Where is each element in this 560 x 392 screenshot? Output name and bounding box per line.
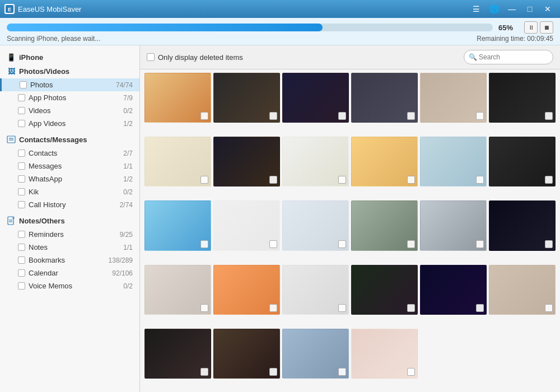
photo-thumbnail[interactable] xyxy=(489,200,556,250)
photo-thumbnail[interactable] xyxy=(144,73,211,123)
call-history-checkbox[interactable] xyxy=(18,201,25,208)
photo-thumbnail[interactable] xyxy=(144,200,211,250)
photo-thumbnail[interactable] xyxy=(213,137,280,186)
contacts-item-left: Contacts xyxy=(18,149,57,157)
app-videos-label: App Videos xyxy=(29,119,66,128)
pause-button[interactable]: ⏸ xyxy=(524,21,538,34)
notes-section-label: Notes/Others xyxy=(19,217,65,225)
sidebar-item-calendar[interactable]: Calendar 92/106 xyxy=(0,267,139,279)
photo-thumbnail[interactable] xyxy=(420,265,487,315)
reminders-item-left: Reminders xyxy=(18,230,64,239)
photo-thumbnail[interactable] xyxy=(489,137,556,186)
photos-item-left: Photos xyxy=(20,81,53,89)
call-history-label: Call History xyxy=(29,200,66,209)
whatsapp-label: WhatsApp xyxy=(29,175,62,183)
sidebar-section-header-contacts[interactable]: Contacts/Messages xyxy=(0,132,139,147)
app-videos-checkbox[interactable] xyxy=(18,120,25,127)
search-input[interactable] xyxy=(464,50,553,64)
photo-thumbnail[interactable] xyxy=(144,265,211,315)
photo-thumbnail[interactable] xyxy=(282,73,349,123)
sidebar-item-videos[interactable]: Videos 0/2 xyxy=(0,104,139,117)
minimize-button[interactable]: — xyxy=(504,3,520,15)
photo-thumbnail[interactable] xyxy=(282,137,349,186)
sidebar-section-header-notes[interactable]: Notes/Others xyxy=(0,213,139,228)
photo-thumbnail[interactable] xyxy=(213,200,280,250)
sidebar-item-whatsapp[interactable]: WhatsApp 1/2 xyxy=(0,172,139,185)
photo-thumbnail[interactable] xyxy=(351,73,418,123)
notes-label: Notes xyxy=(29,243,48,251)
sidebar-item-messages[interactable]: Messages 1/1 xyxy=(0,160,139,172)
photo-thumbnail[interactable] xyxy=(144,329,211,379)
maximize-button[interactable]: □ xyxy=(522,3,538,15)
bookmarks-checkbox[interactable] xyxy=(18,256,25,264)
sidebar-item-app-photos[interactable]: App Photos 7/9 xyxy=(0,91,139,104)
messages-checkbox[interactable] xyxy=(18,162,25,170)
messages-label: Messages xyxy=(29,162,62,170)
photo-thumbnail[interactable] xyxy=(213,73,280,123)
progress-percent: 65% xyxy=(498,24,519,32)
search-wrap: 🔍 xyxy=(464,50,553,64)
notes-checkbox[interactable] xyxy=(18,244,25,251)
contacts-label: Contacts xyxy=(29,149,57,157)
progress-info-row: Scanning iPhone, please wait... Remainin… xyxy=(7,35,553,43)
contacts-checkbox[interactable] xyxy=(18,150,25,157)
bookmarks-item-left: Bookmarks xyxy=(18,256,65,264)
sidebar-item-contacts[interactable]: Contacts 2/7 xyxy=(0,147,139,160)
only-deleted-checkbox[interactable] xyxy=(147,53,155,61)
photo-thumbnail[interactable] xyxy=(282,329,349,379)
only-deleted-label[interactable]: Only display deleted items xyxy=(147,53,243,62)
photo-thumbnail[interactable] xyxy=(420,73,487,123)
photos-section-icon: 🖼 xyxy=(7,67,16,76)
photo-thumbnail[interactable] xyxy=(282,200,349,250)
sidebar-item-photos[interactable]: Photos 74/74 xyxy=(0,78,139,91)
call-history-count: 2/74 xyxy=(120,201,133,209)
svg-rect-6 xyxy=(12,217,15,219)
calendar-count: 92/106 xyxy=(112,269,133,277)
photo-thumbnail[interactable] xyxy=(213,265,280,315)
stop-button[interactable]: ⏹ xyxy=(540,21,553,34)
videos-checkbox[interactable] xyxy=(18,107,25,114)
photo-grid xyxy=(140,69,560,392)
globe-button[interactable]: 🌐 xyxy=(486,3,502,15)
sidebar-item-notes[interactable]: Notes 1/1 xyxy=(0,241,139,254)
app-photos-item-left: App Photos xyxy=(18,94,66,102)
sidebar-item-reminders[interactable]: Reminders 9/25 xyxy=(0,228,139,241)
sidebar-section-contacts: Contacts/Messages Contacts 2/7 Messages … xyxy=(0,132,139,211)
photo-thumbnail[interactable] xyxy=(351,200,418,250)
sidebar-section-header-photos[interactable]: 🖼 Photos/Videos xyxy=(0,64,139,78)
kik-count: 0/2 xyxy=(123,188,133,196)
reminders-checkbox[interactable] xyxy=(18,231,25,238)
toolbar: Only display deleted items 🔍 xyxy=(140,45,560,69)
photo-thumbnail[interactable] xyxy=(489,265,556,315)
sidebar-item-bookmarks[interactable]: Bookmarks 138/289 xyxy=(0,254,139,267)
sidebar-item-call-history[interactable]: Call History 2/74 xyxy=(0,198,139,211)
photo-thumbnail[interactable] xyxy=(144,137,211,186)
menu-button[interactable]: ☰ xyxy=(468,3,484,15)
messages-count: 1/1 xyxy=(123,162,133,170)
photo-thumbnail[interactable] xyxy=(351,265,418,315)
kik-checkbox[interactable] xyxy=(18,188,25,195)
photo-thumbnail[interactable] xyxy=(420,137,487,186)
photo-thumbnail[interactable] xyxy=(489,73,556,123)
photo-thumbnail[interactable] xyxy=(420,200,487,250)
contacts-section-label: Contacts/Messages xyxy=(19,136,87,144)
progress-area: 65% ⏸ ⏹ Scanning iPhone, please wait... … xyxy=(0,18,560,45)
photo-thumbnail[interactable] xyxy=(351,137,418,186)
videos-count: 0/2 xyxy=(123,107,133,115)
app-photos-checkbox[interactable] xyxy=(18,94,25,101)
title-bar-left: E EaseUS MobiSaver xyxy=(4,4,81,14)
messages-item-left: Messages xyxy=(18,162,62,170)
photo-thumbnail[interactable] xyxy=(213,329,280,379)
photos-checkbox[interactable] xyxy=(20,81,27,88)
sidebar-item-kik[interactable]: Kik 0/2 xyxy=(0,185,139,198)
close-button[interactable]: ✕ xyxy=(540,3,556,15)
whatsapp-checkbox[interactable] xyxy=(18,175,25,183)
notes-item-left: Notes xyxy=(18,243,48,251)
voice-memos-checkbox[interactable] xyxy=(18,282,25,290)
sidebar-item-app-videos[interactable]: App Videos 1/2 xyxy=(0,117,139,130)
photo-thumbnail[interactable] xyxy=(282,265,349,315)
photo-thumbnail[interactable] xyxy=(351,329,418,379)
sidebar-device: 📱 iPhone xyxy=(0,50,139,64)
calendar-checkbox[interactable] xyxy=(18,269,25,277)
sidebar-item-voice-memos[interactable]: Voice Memos 0/2 xyxy=(0,279,139,292)
